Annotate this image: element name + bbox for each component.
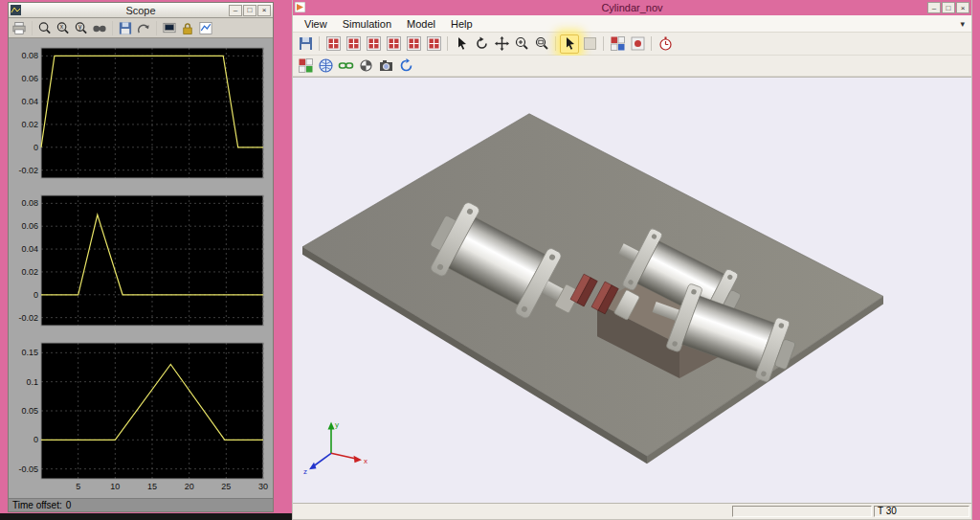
print-icon[interactable] [11,19,28,36]
scope-titlebar[interactable]: Scope – □ × [9,3,273,18]
svg-text:0.05: 0.05 [21,406,38,416]
joint-display-icon[interactable] [336,57,355,76]
zoom-in-icon[interactable] [512,34,531,54]
zoom-x-icon[interactable]: x [55,19,72,36]
toolbar-separator [319,36,320,51]
menu-model[interactable]: Model [399,16,443,32]
scope-plot-1[interactable]: 0.080.060.040.020-0.02 [12,41,269,185]
axis-label-x: x [364,457,368,465]
status-field-left [295,506,730,517]
select-icon[interactable] [452,34,471,54]
svg-text:-0.02: -0.02 [18,313,38,323]
scope-plot-3[interactable]: 0.150.10.050-0.0551015202530 [12,336,269,495]
svg-text:0.15: 0.15 [21,348,38,357]
zoom-y-icon[interactable]: y [73,19,90,36]
svg-text:15: 15 [147,482,157,491]
update-icon[interactable] [396,57,415,76]
scope-toolbar: xy [9,18,273,38]
toolbar-separator [447,36,448,51]
autoscale-icon[interactable] [91,19,108,36]
menu-bar: ViewSimulationModelHelp ▾ [293,15,971,33]
scope-statusbar: Time offset: 0 [9,498,273,511]
com-display-icon[interactable] [356,57,375,76]
world-axes-icon[interactable] [316,57,335,76]
axes-triad: x y z [303,420,368,477]
svg-text:0.08: 0.08 [21,51,38,60]
svg-text:0: 0 [33,143,38,152]
screen-bottom-strip [0,513,293,520]
scope-window: Scope – □ × xy 0.080.060.040.020-0.02 0.… [8,2,274,512]
restore-axes-icon[interactable] [135,19,152,36]
toolbar-separator [603,36,604,51]
menu-bar-items: ViewSimulationModelHelp [297,16,480,32]
time-offset-value: 0 [66,500,72,510]
view-right-icon[interactable] [424,34,443,54]
view-left-icon[interactable] [404,34,423,54]
toolbar-separator [156,21,157,35]
rotate-icon[interactable] [472,34,491,54]
svg-text:0.02: 0.02 [21,267,38,277]
save-icon[interactable] [296,34,315,54]
toggle-blank-icon[interactable] [580,34,599,54]
svg-text:-0.05: -0.05 [18,464,38,474]
model-titlebar[interactable]: Cylindar_nov – □ × [293,0,971,15]
svg-text:10: 10 [110,482,120,491]
minimize-button[interactable]: – [927,2,941,13]
3d-viewport[interactable]: x y z [293,77,971,504]
close-button[interactable]: × [956,2,969,13]
svg-text:-0.02: -0.02 [18,166,38,175]
secondary-toolbar [293,56,971,77]
cursor-highlight-icon[interactable] [560,34,579,54]
maximize-button[interactable]: □ [243,5,256,16]
svg-text:0.04: 0.04 [21,244,38,254]
scene-canvas: x y z [293,78,971,503]
svg-text:0.06: 0.06 [21,221,38,231]
pan-icon[interactable] [492,34,511,54]
lock-axes-icon[interactable] [179,19,196,36]
scope-plot-2[interactable]: 0.080.060.040.020-0.02 [12,189,269,332]
svg-text:x: x [60,23,64,30]
model-statusbar: T 30 [293,504,971,519]
signal-selection-icon[interactable] [197,19,214,36]
status-field-middle [732,506,872,517]
axis-label-y: y [335,420,339,429]
svg-text:0.08: 0.08 [21,198,38,208]
simulink-window-icon [295,2,306,13]
svg-text:0: 0 [33,435,38,444]
minimize-button[interactable]: – [229,5,242,16]
svg-text:5: 5 [76,482,80,491]
close-button[interactable]: × [257,5,271,16]
stopwatch-icon[interactable] [656,34,675,54]
menu-overflow-chevron[interactable]: ▾ [960,19,968,29]
toolbar-separator [555,36,556,51]
view-front-icon[interactable] [323,34,343,54]
toolbar-separator [112,21,113,35]
machine-display-icon[interactable] [296,57,315,76]
svg-text:30: 30 [258,482,268,491]
menu-view[interactable]: View [297,16,335,32]
svg-text:0.1: 0.1 [26,377,38,387]
view-bottom-icon[interactable] [384,34,403,54]
svg-text:20: 20 [185,482,194,491]
save-axes-icon[interactable] [117,19,134,36]
toolbar-separator [32,21,33,35]
menu-help[interactable]: Help [443,16,480,32]
toolbar-separator [651,36,652,51]
status-field-time: T 30 [874,506,969,517]
view-back-icon[interactable] [344,34,363,54]
svg-text:0.02: 0.02 [21,120,38,129]
svg-text:0.04: 0.04 [21,97,38,106]
view-top-icon[interactable] [364,34,383,54]
zoom-region-icon[interactable] [532,34,551,54]
display-b-icon[interactable] [628,34,647,54]
floating-scope-icon[interactable] [161,19,178,36]
time-offset-label: Time offset: [12,500,62,510]
svg-text:25: 25 [221,482,231,491]
main-toolbar [293,33,971,56]
menu-simulation[interactable]: Simulation [335,16,399,32]
zoom-icon[interactable] [36,19,54,36]
display-a-icon[interactable] [608,34,627,54]
maximize-button[interactable]: □ [942,2,955,13]
camera-icon[interactable] [376,57,395,76]
scope-plots-area: 0.080.060.040.020-0.02 0.080.060.040.020… [9,38,273,498]
